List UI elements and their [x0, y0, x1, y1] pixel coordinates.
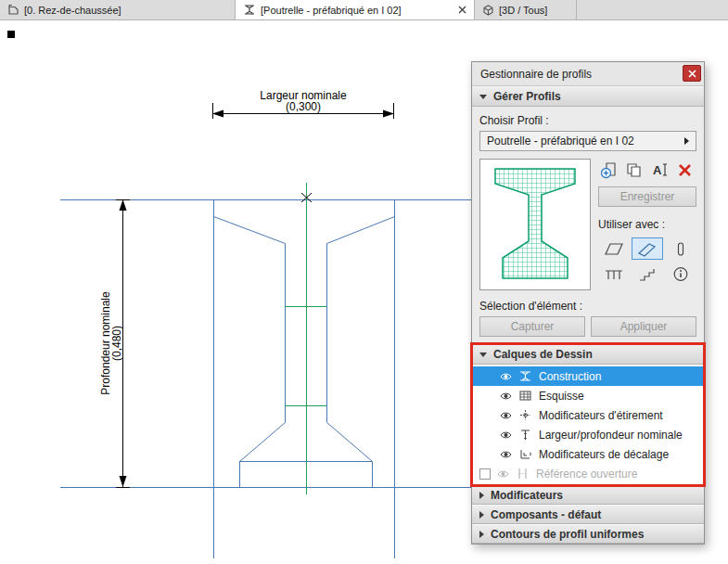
- panel-titlebar[interactable]: Gestionnaire de profils: [472, 62, 704, 86]
- tab-bar: [0. Rez-de-chaussée] [Poutrelle - préfab…: [0, 0, 728, 20]
- duplicate-profile-button[interactable]: [623, 160, 645, 180]
- profile-tab-icon: [243, 4, 256, 16]
- stair-icon: [637, 266, 658, 282]
- sketch-layer-icon: [518, 390, 532, 402]
- chevron-right-icon: [479, 492, 484, 499]
- construction-layer-icon: [518, 370, 532, 382]
- layer-row-nominal-size[interactable]: Largeur/profondeur nominale: [472, 425, 704, 444]
- tab-label: [Poutrelle - préfabriqué en I 02]: [261, 5, 402, 16]
- tab-label: [3D / Tous]: [499, 5, 547, 16]
- depth-dimension-value: (0,480): [110, 326, 123, 361]
- rename-profile-button[interactable]: A: [649, 160, 671, 180]
- layer-label: Modificateurs de décalage: [539, 448, 669, 461]
- section-header-components[interactable]: Composants - défaut: [472, 505, 704, 524]
- use-with-grid: [598, 237, 696, 285]
- floor-plan-icon: [7, 4, 19, 16]
- profile-outline[interactable]: [214, 200, 395, 488]
- manage-profiles-content: Choisir Profil : Poutrelle - préfabriqué…: [472, 107, 704, 344]
- section-label: Gérer Profils: [493, 90, 561, 103]
- section-label: Contours de profil uniformes: [491, 528, 644, 541]
- column-icon: [671, 241, 691, 257]
- save-button[interactable]: Enregistrer: [598, 186, 696, 207]
- use-with-info-button[interactable]: [666, 263, 696, 285]
- nominal-dimension-icon: [518, 429, 532, 441]
- chevron-down-icon: [479, 352, 487, 357]
- tab-profile-editor[interactable]: [Poutrelle - préfabriqué en I 02]: [236, 0, 475, 19]
- capture-button[interactable]: Capturer: [479, 316, 585, 337]
- profile-select-value: Poutrelle - préfabriqué en I 02: [487, 135, 634, 147]
- use-with-column-toggle[interactable]: [666, 237, 696, 260]
- svg-text:A: A: [653, 163, 662, 177]
- choose-profile-label: Choisir Profil :: [479, 114, 696, 127]
- preview-profile-shape: [495, 169, 575, 278]
- new-profile-button[interactable]: [598, 160, 620, 180]
- section-header-modifiers[interactable]: Modificateurs: [472, 485, 704, 505]
- section-label: Composants - défaut: [491, 508, 601, 521]
- profile-manager-panel: Gestionnaire de profils Gérer Profils Ch…: [471, 61, 705, 545]
- use-with-beam-toggle[interactable]: [632, 237, 662, 260]
- wall-icon: [604, 241, 624, 257]
- dimension-arrows: [120, 110, 395, 488]
- layer-label: Construction: [539, 370, 601, 383]
- section-header-manage-profiles[interactable]: Gérer Profils: [472, 86, 704, 107]
- layer-label: Référence ouverture: [536, 468, 637, 481]
- layer-label: Esquisse: [539, 390, 584, 403]
- apply-button[interactable]: Appliquer: [591, 316, 696, 337]
- layer-row-esquisse[interactable]: Esquisse: [472, 386, 704, 405]
- visibility-eye-icon[interactable]: [500, 450, 512, 459]
- axis-lines: [285, 183, 326, 494]
- drawing-layers-list: Construction Esquisse Modificateurs d': [472, 365, 704, 485]
- panel-title: Gestionnaire de profils: [480, 68, 592, 81]
- profile-select[interactable]: Poutrelle - préfabriqué en I 02: [479, 131, 696, 151]
- section-label: Calques de Dessin: [493, 348, 593, 361]
- layer-row-opening-reference[interactable]: Référence ouverture: [472, 464, 704, 483]
- visibility-eye-icon[interactable]: [500, 372, 512, 381]
- visibility-eye-icon[interactable]: [500, 411, 512, 420]
- visibility-eye-icon[interactable]: [500, 391, 512, 401]
- use-with-railing-toggle[interactable]: [598, 263, 629, 285]
- delete-profile-button[interactable]: [674, 160, 696, 180]
- cube-3d-icon: [482, 4, 494, 16]
- section-header-drawing-layers[interactable]: Calques de Dessin: [472, 344, 704, 365]
- opening-reference-icon: [516, 468, 530, 480]
- use-with-stair-toggle[interactable]: [632, 263, 662, 285]
- layer-label: Largeur/profondeur nominale: [539, 429, 683, 442]
- layer-row-stretch-modifiers[interactable]: Modificateurs d'étirement: [472, 405, 704, 425]
- dropdown-arrow-icon: [684, 137, 689, 145]
- panel-close-button[interactable]: [683, 65, 701, 82]
- dimension-lines: [116, 103, 394, 488]
- chevron-down-icon: [479, 95, 487, 99]
- layer-row-offset-modifiers[interactable]: Modificateurs de décalage: [472, 444, 704, 464]
- use-with-wall-toggle[interactable]: [598, 237, 629, 260]
- hotspot-marker: [7, 31, 15, 38]
- annotation-highlight: Calques de Dessin Construction Esq: [472, 344, 704, 485]
- tab-label: [0. Rez-de-chaussée]: [24, 5, 121, 16]
- stretch-modifier-icon: [518, 409, 532, 421]
- chevron-right-icon: [479, 531, 484, 538]
- tab-3d[interactable]: [3D / Tous]: [475, 0, 577, 19]
- profile-toolbar: A: [598, 159, 696, 181]
- width-dimension-value: (0,300): [286, 100, 321, 113]
- tab-floor-plan[interactable]: [0. Rez-de-chaussée]: [0, 0, 236, 19]
- beam-icon: [637, 241, 658, 257]
- layer-row-construction[interactable]: Construction: [472, 366, 704, 386]
- tab-close-button[interactable]: [445, 6, 466, 14]
- use-with-label: Utiliser avec :: [598, 218, 696, 231]
- element-selection-label: Sélection d'élément :: [479, 300, 696, 313]
- railing-icon: [604, 266, 624, 282]
- layer-label: Modificateurs d'étirement: [539, 409, 663, 422]
- offset-modifier-icon: [518, 448, 532, 460]
- section-label: Modificateurs: [491, 489, 563, 502]
- profile-preview: [479, 159, 591, 290]
- collapsed-sections: Modificateurs Composants - défaut Contou…: [472, 485, 704, 544]
- info-icon: [672, 266, 689, 282]
- chevron-right-icon: [479, 511, 484, 519]
- visibility-eye-icon[interactable]: [500, 430, 512, 440]
- section-header-uniform-outlines[interactable]: Contours de profil uniformes: [472, 524, 704, 544]
- opening-reference-checkbox[interactable]: [479, 468, 491, 480]
- visibility-eye-icon[interactable]: [497, 469, 509, 479]
